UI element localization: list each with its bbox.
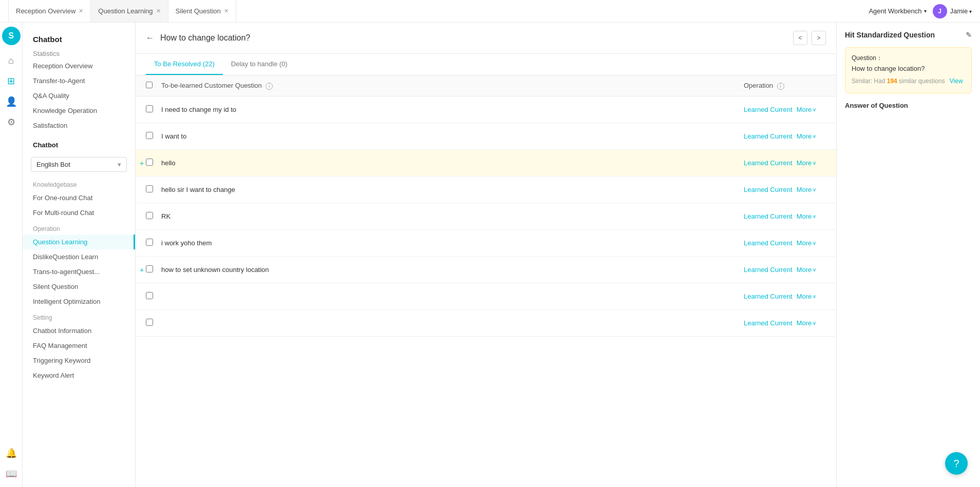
learned-current-btn-3[interactable]: Learned Current	[744, 159, 793, 167]
right-panel-title: Hit Standardized Question ✎	[845, 31, 972, 39]
learned-current-btn-1[interactable]: Learned Current	[744, 106, 793, 113]
tab-to-be-resolved[interactable]: To Be Resolved (22)	[146, 54, 223, 75]
row-operation-4: Learned Current More	[744, 186, 826, 193]
tab-silent-question[interactable]: Silent Question ✕	[168, 0, 236, 22]
more-btn-1[interactable]: More	[797, 106, 817, 113]
tab-silent-question-close[interactable]: ✕	[224, 8, 229, 14]
row-checkbox-7[interactable]	[146, 265, 153, 272]
more-btn-6[interactable]: More	[797, 239, 817, 247]
back-button[interactable]: ←	[146, 33, 154, 43]
row-question-6: i work yoho them	[161, 239, 744, 247]
header-question-label: To-be-learned Customer Question i	[161, 82, 744, 90]
row-checkbox-9[interactable]	[146, 319, 153, 326]
chatbot-select-box[interactable]: English Bot	[31, 157, 127, 172]
tab-reception-overview-close[interactable]: ✕	[79, 8, 83, 14]
sidebar-item-silent-question[interactable]: Silent Question	[23, 279, 135, 294]
table-container: To-be-learned Customer Question i Operat…	[136, 75, 836, 487]
main-content: ← How to change location? < > To Be Reso…	[136, 23, 836, 487]
nav-next-button[interactable]: >	[812, 31, 826, 45]
more-btn-8[interactable]: More	[797, 293, 817, 300]
sidebar-item-multi-round[interactable]: For Multi-round Chat	[23, 205, 135, 220]
sidebar-item-dislike-question[interactable]: DislikeQuestion Learn	[23, 249, 135, 264]
question-info-icon[interactable]: i	[266, 83, 273, 90]
sidebar-item-knowledge-operation[interactable]: Knowledge Operation	[23, 103, 135, 118]
row-checkbox-3[interactable]	[146, 159, 153, 166]
sidebar-item-satisfaction[interactable]: Satisfaction	[23, 118, 135, 133]
question-card: Question： How to change location? Simila…	[845, 47, 972, 93]
table-row: I want to Learned Current More	[136, 123, 836, 150]
left-sidebar: Chatbot Statistics Reception Overview Tr…	[23, 23, 136, 487]
tab-bar: To Be Resolved (22) Delay to handle (0)	[136, 54, 836, 75]
header-operation-label: Operation i	[744, 82, 826, 90]
learned-current-btn-5[interactable]: Learned Current	[744, 212, 793, 220]
view-link[interactable]: View	[950, 77, 963, 85]
plus-icon-7[interactable]: +	[138, 266, 146, 274]
edit-icon[interactable]: ✎	[966, 31, 972, 39]
nav-prev-button[interactable]: <	[793, 31, 807, 45]
tab-reception-overview[interactable]: Reception Overview ✕	[8, 0, 91, 22]
learned-current-btn-6[interactable]: Learned Current	[744, 239, 793, 247]
row-checkbox-4[interactable]	[146, 185, 153, 192]
row-checkbox-2[interactable]	[146, 132, 153, 139]
row-question-5: RK	[161, 212, 744, 220]
page-header-nav: < >	[793, 31, 826, 45]
sidebar-item-one-round[interactable]: For One-round Chat	[23, 190, 135, 205]
bell-icon[interactable]: 🔔	[2, 444, 21, 462]
settings-icon[interactable]: ⚙	[2, 113, 21, 131]
sidebar-item-trans-to-agent[interactable]: Trans-to-agentQuest...	[23, 264, 135, 279]
user-name: Jamie	[950, 7, 972, 15]
row-checkbox-5[interactable]	[146, 212, 153, 219]
row-checkbox-8[interactable]	[146, 292, 153, 299]
sidebar-item-intelligent-optimization[interactable]: Intelligent Optimization	[23, 294, 135, 309]
similar-count: 194	[887, 77, 897, 85]
header-checkbox[interactable]	[146, 82, 153, 88]
more-btn-9[interactable]: More	[797, 319, 817, 327]
agent-workbench-dropdown[interactable]: Agent Workbench	[869, 7, 926, 15]
more-btn-4[interactable]: More	[797, 186, 817, 193]
sidebar-item-question-learning[interactable]: Question Learning	[23, 235, 135, 249]
topbar-tabs: Reception Overview ✕ Question Learning ✕…	[8, 0, 236, 22]
learned-current-btn-9[interactable]: Learned Current	[744, 319, 793, 327]
more-btn-2[interactable]: More	[797, 132, 817, 140]
row-checkbox-cell-3	[146, 159, 161, 167]
table-row: hello sir I want to change Learned Curre…	[136, 177, 836, 203]
row-operation-7: Learned Current More	[744, 266, 826, 274]
header-checkbox-cell	[146, 82, 161, 90]
table-row: i work yoho them Learned Current More	[136, 230, 836, 257]
row-checkbox-6[interactable]	[146, 239, 153, 246]
sidebar-item-triggering-keyword[interactable]: Triggering Keyword	[23, 353, 135, 368]
tab-question-learning[interactable]: Question Learning ✕	[91, 0, 168, 22]
row-operation-2: Learned Current More	[744, 132, 826, 140]
learned-current-btn-7[interactable]: Learned Current	[744, 266, 793, 274]
sidebar-item-qa-quality[interactable]: Q&A Quality	[23, 88, 135, 103]
sidebar-item-reception-overview[interactable]: Reception Overview	[23, 59, 135, 73]
row-question-2: I want to	[161, 132, 744, 140]
learned-current-btn-4[interactable]: Learned Current	[744, 186, 793, 193]
sidebar-item-chatbot-information[interactable]: Chatbot Information	[23, 323, 135, 338]
learned-current-btn-8[interactable]: Learned Current	[744, 293, 793, 300]
chatbot-selector[interactable]: English Bot	[31, 157, 127, 172]
user-info[interactable]: J Jamie	[933, 4, 972, 18]
home-icon[interactable]: ⌂	[2, 51, 21, 70]
page-title: How to change location?	[160, 33, 250, 43]
sidebar-item-transfer-to-agent[interactable]: Transfer-to-Agent	[23, 73, 135, 88]
sidebar-item-keyword-alert[interactable]: Keyword Alert	[23, 368, 135, 383]
avatar: J	[933, 4, 947, 18]
more-btn-3[interactable]: More	[797, 159, 817, 167]
people-icon[interactable]: 👤	[2, 92, 21, 111]
more-btn-5[interactable]: More	[797, 212, 817, 220]
book-icon[interactable]: 📖	[2, 464, 21, 483]
plus-icon-3[interactable]: +	[138, 159, 146, 167]
more-btn-7[interactable]: More	[797, 266, 817, 274]
row-question-3: hello	[161, 159, 744, 167]
chatbot-section-title: Chatbot	[23, 31, 135, 48]
tab-question-learning-close[interactable]: ✕	[156, 8, 161, 14]
learned-current-btn-2[interactable]: Learned Current	[744, 132, 793, 140]
tab-delay-to-handle[interactable]: Delay to handle (0)	[223, 54, 296, 75]
operation-info-icon[interactable]: i	[777, 83, 784, 90]
grid-icon[interactable]: ⊞	[2, 72, 21, 90]
sidebar-item-faq-management[interactable]: FAQ Management	[23, 338, 135, 353]
help-fab-button[interactable]: ?	[945, 452, 968, 475]
row-checkbox-1[interactable]	[146, 105, 153, 112]
table-row: + hello Learned Current More	[136, 150, 836, 177]
